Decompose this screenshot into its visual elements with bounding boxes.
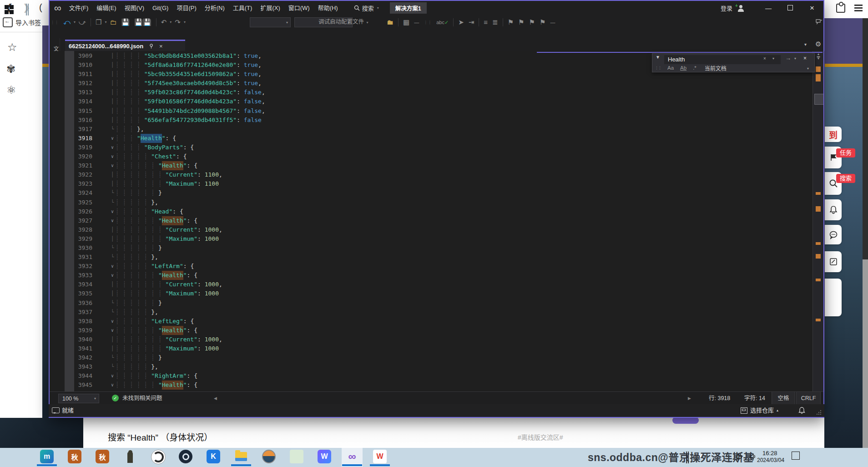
fold-chevron-icon[interactable]: ∨ — [109, 371, 116, 381]
taskbar-app-autumn-app-1[interactable]: 秋 — [68, 450, 81, 463]
login-label[interactable]: 登录 — [721, 4, 732, 12]
browser-extensions-icon[interactable] — [836, 4, 845, 13]
code-line-3913[interactable]: 3913│┊ ┊ ┊ ┊ "59fb023c86f7746d0d4b423c":… — [50, 88, 812, 97]
code-line-3915[interactable]: 3915│┊ ┊ ┊ ┊ "54491bb74bdc2d09088b4567":… — [50, 107, 812, 116]
tray-square-icon[interactable] — [792, 452, 800, 460]
taskbar-app-w-app[interactable]: W — [318, 450, 331, 463]
spell-check-icon[interactable]: abc✓ — [436, 15, 449, 29]
hscroll-left-icon[interactable]: ◀ — [214, 392, 217, 405]
undo-icon[interactable]: ↶ — [161, 15, 167, 29]
menu-item-7[interactable]: 工具(T) — [229, 1, 257, 15]
page-pill-button[interactable] — [672, 417, 699, 424]
menu-item-3[interactable]: 视图(V) — [121, 1, 148, 15]
document-well-gear-icon[interactable]: ⚙ — [815, 40, 821, 48]
solution-folder-icon[interactable]: 🖿 — [387, 15, 394, 29]
debug-profile-dropdown[interactable]: 调试启动配置文件 ▾ — [318, 15, 369, 30]
find-expand-chevron-icon[interactable]: ▼ — [656, 55, 660, 60]
minimize-button[interactable]: — — [760, 5, 777, 12]
feedback-bubble-icon[interactable] — [52, 407, 60, 413]
navigate-back-caret[interactable]: ▾ — [74, 20, 76, 24]
fold-chevron-icon[interactable]: ∨ — [109, 317, 116, 326]
cursor-select-icon[interactable]: ➤ — [458, 15, 464, 29]
maximize-button[interactable] — [782, 5, 799, 12]
new-item-icon[interactable]: ❐ — [96, 15, 101, 29]
find-clear-icon[interactable]: × — [763, 56, 766, 61]
taskbar-app-green-app[interactable] — [290, 450, 303, 463]
tab-close-icon[interactable]: × — [159, 43, 163, 50]
tab-json-file[interactable]: 66252124000...648990.json × — [65, 41, 185, 51]
taskbar-app-maxthon-browser[interactable]: m — [40, 450, 54, 463]
taskbar-clock[interactable]: 16:28 — [762, 450, 777, 457]
undo-caret[interactable]: ▾ — [170, 20, 172, 24]
format-lines-icon[interactable]: ≡ — [484, 15, 488, 29]
float-button-messages[interactable] — [825, 225, 842, 244]
float-badge-task[interactable]: 任务 — [836, 148, 855, 157]
fold-chevron-icon[interactable]: ∨ — [109, 271, 116, 280]
document-well-caret-icon[interactable]: ▾ — [804, 42, 807, 47]
code-line-3922[interactable]: 3922│┊ ┊ ┊ ┊ ┊ ┊ ┊ "Current": 1100, — [50, 170, 812, 179]
save-icon[interactable]: 💾 — [121, 15, 130, 29]
code-line-3921[interactable]: 3921∨┊ ┊ ┊ ┊ ┊ ┊ "Health": { — [50, 161, 812, 170]
code-line-3933[interactable]: 3933∨┊ ┊ ┊ ┊ ┊ ┊ "Health": { — [50, 271, 812, 280]
menu-item-4[interactable]: Git(G) — [148, 1, 172, 15]
browser-scrollbar-thumb[interactable] — [863, 259, 868, 448]
code-line-3918[interactable]: 3918∨┊ ┊ ┊ "Health": { — [50, 134, 812, 143]
find-grip-icon[interactable]: ⋮⋮ — [655, 66, 661, 70]
code-line-3938[interactable]: 3938∨┊ ┊ ┊ ┊ ┊ "LeftLeg": { — [50, 317, 812, 326]
float-button-compose[interactable] — [825, 251, 842, 272]
split-editor-handle[interactable]: ▲▬▼ — [815, 53, 822, 60]
resize-grip[interactable] — [816, 410, 822, 415]
find-scope-caret-icon[interactable]: ▾ — [807, 66, 809, 71]
menu-item-10[interactable]: 帮助(H) — [314, 1, 342, 15]
taskbar-app-soldier-game[interactable] — [123, 450, 137, 463]
code-line-3932[interactable]: 3932∨┊ ┊ ┊ ┊ ┊ "LeftArm": { — [50, 262, 812, 271]
find-next-icon[interactable]: → — [785, 55, 791, 61]
knot-icon[interactable]: ✾ — [6, 63, 15, 76]
browser-refresh-icon[interactable]: ( — [39, 3, 42, 12]
window-layout-icon[interactable]: ▦ — [403, 15, 409, 29]
forum-tag-label[interactable]: #离线版交流区# — [518, 432, 563, 442]
feedback-icon[interactable] — [815, 18, 823, 25]
save-all-icon[interactable]: 💾💾 — [134, 15, 151, 29]
fold-chevron-icon[interactable]: ∨ — [109, 161, 116, 170]
taskbar-app-wps-office[interactable]: W — [373, 450, 387, 463]
float-button-notifications[interactable] — [825, 199, 842, 220]
pin-icon[interactable] — [149, 44, 154, 49]
new-item-caret[interactable]: ▾ — [105, 20, 107, 24]
code-line-3943[interactable]: 3943└┊ ┊ ┊ ┊ ┊ }, — [50, 362, 812, 371]
menu-item-6[interactable]: 分析(N) — [201, 1, 229, 15]
taskbar-app-file-explorer[interactable] — [234, 450, 248, 463]
line-indicator[interactable]: 行: 3918 — [709, 392, 730, 405]
select-repo-button[interactable]: 选择仓库 ▴ — [741, 404, 778, 417]
atom-icon[interactable]: ⚛ — [6, 84, 16, 96]
toolbar-grip-2[interactable]: ⋮⋮ — [424, 15, 432, 29]
code-line-3930[interactable]: 3930└┊ ┊ ┊ ┊ ┊ ┊ } — [50, 244, 812, 253]
find-next-caret-icon[interactable]: ▾ — [794, 56, 796, 61]
code-line-3935[interactable]: 3935│┊ ┊ ┊ ┊ ┊ ┊ ┊ "Maximum": 1000 — [50, 289, 812, 298]
code-line-3925[interactable]: 3925└┊ ┊ ┊ ┊ ┊ }, — [50, 198, 812, 207]
hscroll-right-icon[interactable]: ▶ — [688, 392, 691, 405]
whole-word-toggle[interactable]: Ab — [680, 65, 686, 71]
fold-chevron-icon[interactable]: ∨ — [109, 143, 116, 152]
code-line-3927[interactable]: 3927∨┊ ┊ ┊ ┊ ┊ ┊ "Health": { — [50, 216, 812, 225]
menu-item-1[interactable]: 文件(F) — [65, 1, 93, 15]
code-line-3929[interactable]: 3929│┊ ┊ ┊ ┊ ┊ ┊ ┊ "Maximum": 1000 — [50, 234, 812, 244]
indent-icon[interactable]: ⇥ — [469, 15, 474, 29]
fold-chevron-icon[interactable]: ∨ — [109, 134, 116, 143]
open-folder-icon[interactable]: 🗀 — [110, 15, 117, 29]
regex-toggle[interactable]: .* — [693, 65, 696, 71]
start-button-icon[interactable] — [5, 5, 14, 14]
toolbar-combobox-1[interactable]: ▾ — [250, 17, 291, 27]
taskbar-app-autumn-app-2[interactable]: 秋 — [96, 450, 109, 463]
fold-chevron-icon[interactable]: ∨ — [109, 262, 116, 271]
fold-chevron-icon[interactable]: ∨ — [109, 216, 116, 225]
float-badge-search[interactable]: 搜索 — [836, 174, 855, 183]
navigate-back-icon[interactable]: ⤺ — [63, 15, 71, 29]
code-line-3944[interactable]: 3944∨┊ ┊ ┊ ┊ ┊ "RightArm": { — [50, 371, 812, 381]
find-close-icon[interactable]: × — [803, 55, 807, 61]
bookmark-icon-2[interactable]: ⚑ — [518, 15, 524, 29]
redo-icon[interactable]: ↷ — [175, 15, 181, 29]
code-line-3912[interactable]: 3912│┊ ┊ ┊ ┊ "5f745ee30acaeb0d490d8c5b":… — [50, 79, 812, 88]
match-case-toggle[interactable]: Aa — [667, 65, 674, 71]
taskbar-app-steam[interactable] — [179, 450, 192, 463]
